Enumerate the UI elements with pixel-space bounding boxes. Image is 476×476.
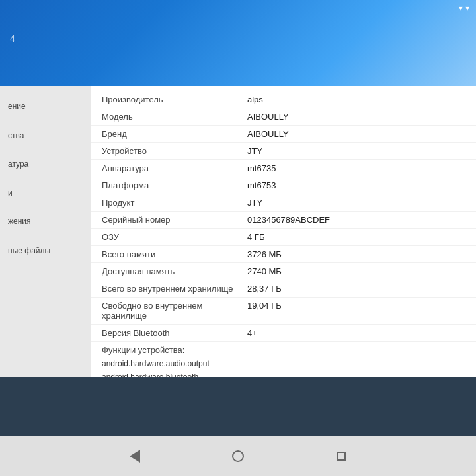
feature-item: android.hardware.audio.output xyxy=(102,357,465,370)
screen: ▾ ▾ 4 ение ства атура и жения ные файлы … xyxy=(0,0,476,476)
row-label-12: Свободно во внутреннем хранилище xyxy=(102,301,247,321)
home-button[interactable] xyxy=(226,444,250,468)
row-label-9: Всего памяти xyxy=(102,249,247,259)
sidebar: ение ства атура и жения ные файлы xyxy=(0,86,91,377)
device-info-table: Производитель alps Модель AIBOULLY Бренд… xyxy=(91,86,476,377)
row-label-3: Устройство xyxy=(102,146,247,156)
row-label-2: Бренд xyxy=(102,129,247,139)
sidebar-item-atura[interactable]: атура xyxy=(0,150,91,179)
table-row: Модель AIBOULLY xyxy=(91,108,476,126)
status-bar: ▾ ▾ xyxy=(459,3,469,13)
home-icon xyxy=(232,450,244,462)
sidebar-item-zhenia[interactable]: жения xyxy=(0,208,91,237)
row-label-8: ОЗУ xyxy=(102,232,247,242)
sidebar-item-stva[interactable]: ства xyxy=(0,122,91,151)
row-value-9: 3726 МБ xyxy=(247,249,465,259)
main-content: Производитель alps Модель AIBOULLY Бренд… xyxy=(91,86,476,377)
row-label-7: Серийный номер xyxy=(102,215,247,225)
row-value-10: 2740 МБ xyxy=(247,266,465,276)
row-value-3: JTY xyxy=(247,146,465,156)
row-value-0: alps xyxy=(247,95,465,104)
table-row: ОЗУ 4 ГБ xyxy=(91,229,476,246)
sidebar-item-i[interactable]: и xyxy=(0,179,91,208)
row-label-10: Доступная память xyxy=(102,266,247,276)
corner-label: 4 xyxy=(10,33,15,44)
row-value-1: AIBOULLY xyxy=(247,112,465,122)
table-row: Всего памяти 3726 МБ xyxy=(91,246,476,263)
table-row: Производитель alps xyxy=(91,91,476,108)
table-row: Продукт JTY xyxy=(91,194,476,212)
row-value-12: 19,04 ГБ xyxy=(247,301,465,311)
row-value-8: 4 ГБ xyxy=(247,232,465,242)
row-value-11: 28,37 ГБ xyxy=(247,284,465,294)
recents-button[interactable] xyxy=(329,444,353,468)
row-value-5: mt6753 xyxy=(247,180,465,190)
table-row: Платформа mt6753 xyxy=(91,177,476,194)
wifi-icon: ▾ xyxy=(465,3,469,13)
row-label-0: Производитель xyxy=(102,95,247,104)
row-label-11: Всего во внутреннем хранилище xyxy=(102,284,247,294)
features-section: Функции устройства: android.hardware.aud… xyxy=(91,342,476,377)
row-value-4: mt6735 xyxy=(247,163,465,173)
header-background: ▾ ▾ 4 xyxy=(0,0,476,86)
sidebar-item-files[interactable]: ные файлы xyxy=(0,237,91,266)
row-value-13: 4+ xyxy=(247,328,465,338)
navigation-bar xyxy=(0,436,476,476)
feature-item: android.hardware.bluetooth xyxy=(102,370,465,377)
row-value-7: 0123456789ABCDEF xyxy=(247,215,465,225)
table-row: Доступная память 2740 МБ xyxy=(91,263,476,280)
row-label-6: Продукт xyxy=(102,198,247,208)
row-label-5: Платформа xyxy=(102,180,247,190)
table-row: Всего во внутреннем хранилище 28,37 ГБ xyxy=(91,280,476,298)
table-row: Версия Bluetooth 4+ xyxy=(91,325,476,342)
back-button[interactable] xyxy=(123,444,147,468)
table-row: Серийный номер 0123456789ABCDEF xyxy=(91,212,476,229)
recents-icon xyxy=(337,452,346,461)
row-label-13: Версия Bluetooth xyxy=(102,328,247,338)
table-row: Бренд AIBOULLY xyxy=(91,126,476,143)
row-value-2: AIBOULLY xyxy=(247,129,465,139)
sidebar-item-enie[interactable]: ение xyxy=(0,93,91,122)
table-row: Свободно во внутреннем хранилище 19,04 Г… xyxy=(91,298,476,325)
row-value-6: JTY xyxy=(247,198,465,208)
row-label-1: Модель xyxy=(102,112,247,122)
features-list: android.hardware.audio.outputandroid.har… xyxy=(102,357,465,377)
table-row: Устройство JTY xyxy=(91,143,476,160)
back-icon xyxy=(130,450,140,463)
features-label: Функции устройства: xyxy=(102,345,465,355)
table-row: Аппаратура mt6735 xyxy=(91,160,476,177)
location-icon: ▾ xyxy=(459,3,463,13)
row-label-4: Аппаратура xyxy=(102,163,247,173)
